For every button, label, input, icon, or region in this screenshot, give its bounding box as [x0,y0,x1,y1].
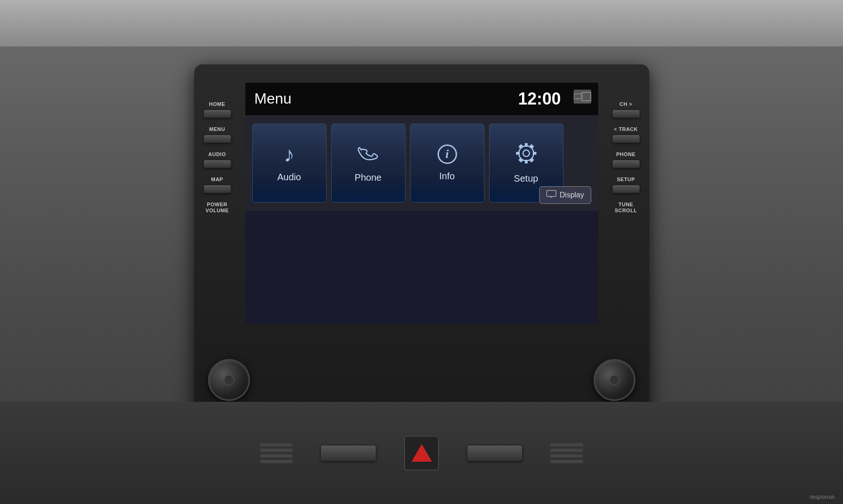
home-label: HOME [209,101,225,107]
vent-slat [260,460,293,463]
display-btn-icon [546,190,556,198]
ch-button[interactable] [612,110,640,118]
setup-right-button[interactable] [612,185,640,193]
svg-point-4 [523,150,529,157]
bottom-panel [0,402,843,504]
screen-topbar: Menu 12:00 [245,83,598,115]
svg-rect-10 [529,144,534,149]
svg-point-3 [519,146,534,161]
phone-button-group: PHONE [612,151,640,168]
vent-slat [260,443,293,446]
display-icon [546,190,556,200]
phone-right-label: PHONE [616,151,636,157]
map-label: MAP [211,177,223,183]
audio-icon: ♪ [284,144,294,165]
power-volume-group: POWER VOLUME [205,202,229,214]
track-button-group: < TRACK [612,126,640,143]
power-volume-knob[interactable] [208,359,250,401]
power-volume-knob-area [208,359,250,401]
svg-rect-11 [518,158,523,163]
info-tile[interactable]: i Info [410,124,484,203]
setup-right-label: SETUP [617,177,635,183]
menu-button[interactable] [203,135,231,143]
phone-icon [355,140,381,168]
vent-slat [550,454,583,458]
screen-wrapper: Menu 12:00 [245,83,598,324]
home-button[interactable] [203,110,231,118]
vent-slat [550,460,583,463]
power-volume-label: POWER VOLUME [205,202,229,214]
vent-slat [550,443,583,446]
head-unit: HOME MENU AUDIO MAP POWER VOLUME [194,64,649,426]
audio-tile[interactable]: ♪ Audio [252,124,327,203]
hazard-button[interactable] [404,436,439,471]
svg-rect-8 [533,152,536,155]
info-icon: i [438,144,457,164]
display-button[interactable]: Display [539,186,591,204]
map-button-group: MAP [203,177,231,193]
ch-button-group: CH > [612,101,640,118]
tune-scroll-group: TUNE SCROLL [614,202,637,214]
bottom-right-button[interactable] [467,445,523,461]
phone-right-button[interactable] [612,160,640,168]
svg-rect-5 [525,143,528,147]
vent-slat [550,449,583,452]
dashboard: HOME MENU AUDIO MAP POWER VOLUME [0,0,843,504]
screen: Menu 12:00 [245,83,598,324]
info-tile-label: Info [439,171,455,182]
menu-button-group: MENU [203,126,231,143]
right-buttons-panel: CH > < TRACK PHONE SETUP TUNE SCROLL [612,101,640,214]
audio-button-group: AUDIO [203,151,231,168]
audio-button[interactable] [203,160,231,168]
tune-scroll-knob[interactable] [594,359,635,401]
menu-label: MENU [209,126,225,132]
phone-svg-icon [355,140,380,165]
vent-slat [260,449,293,452]
screen-title: Menu [255,90,292,107]
left-vent [260,443,293,463]
phone-tile[interactable]: Phone [331,124,405,203]
svg-rect-12 [529,158,534,163]
phone-tile-label: Phone [355,172,382,183]
right-vent [550,443,583,463]
ch-label: CH > [620,101,632,107]
screen-time: 12:00 [518,89,561,109]
hazard-triangle-icon [412,444,432,462]
svg-rect-6 [525,160,528,164]
setup-button-group: SETUP [612,177,640,193]
gear-svg [515,142,537,164]
gear-icon [515,142,537,166]
display-top-icon [574,92,582,101]
map-button[interactable] [203,185,231,193]
screen-top-right-icon [574,90,591,104]
vent-slat [260,454,293,458]
svg-rect-0 [574,94,581,98]
track-label: < TRACK [614,126,638,132]
display-button-label: Display [560,191,584,199]
tune-scroll-label: TUNE SCROLL [614,202,637,214]
svg-rect-9 [518,144,523,149]
home-button-group: HOME [203,101,231,118]
audio-tile-label: Audio [277,172,301,183]
audio-label: AUDIO [209,151,226,157]
bottom-left-button[interactable] [320,445,376,461]
track-button[interactable] [612,135,640,143]
setup-tile-label: Setup [514,173,538,184]
svg-rect-13 [547,190,556,196]
watermark: response. [810,493,836,500]
tune-scroll-knob-area [594,359,635,401]
screen-main-content: ♪ Audio Phone [245,115,598,211]
left-buttons-panel: HOME MENU AUDIO MAP POWER VOLUME [203,101,231,214]
svg-rect-7 [516,152,520,155]
